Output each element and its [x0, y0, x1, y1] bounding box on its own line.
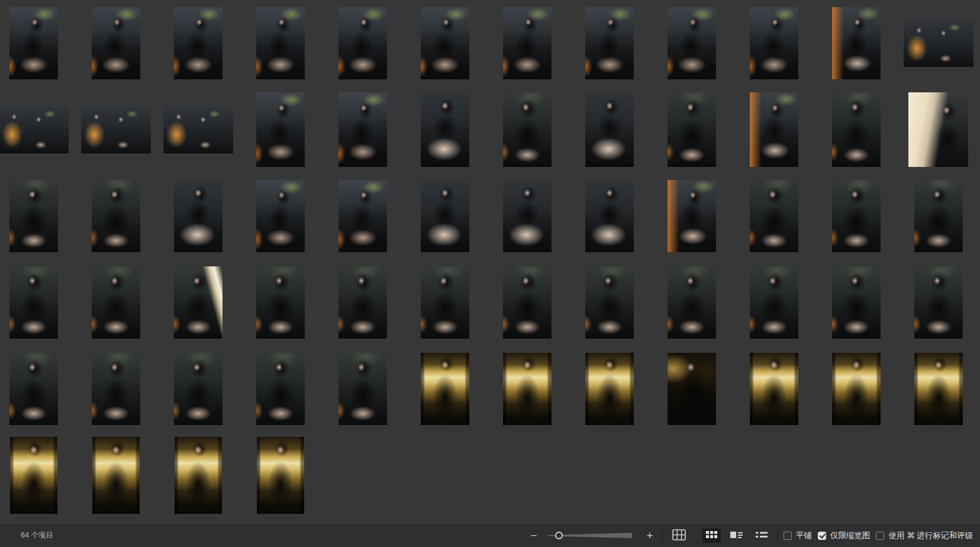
photo-thumbnail[interactable] [257, 437, 304, 514]
photo-thumbnail[interactable] [174, 353, 223, 425]
photo-thumbnail[interactable] [750, 353, 798, 425]
photo-thumbnail[interactable] [585, 353, 634, 425]
photo-thumbnail[interactable] [421, 266, 469, 339]
toolbar-divider [662, 529, 663, 543]
photo-thumbnail[interactable] [914, 353, 963, 425]
checkbox-icon[interactable] [876, 532, 884, 540]
photo-thumbnail[interactable] [92, 266, 140, 339]
grid-view-button[interactable] [669, 527, 689, 545]
tile-mode-checkbox[interactable]: 平铺 [784, 530, 812, 541]
checkbox-icon[interactable] [784, 532, 792, 540]
photo-thumbnail[interactable] [9, 7, 58, 79]
photo-thumbnail[interactable] [174, 7, 223, 79]
tile-mode-label: 平铺 [796, 530, 812, 541]
photo-thumbnail[interactable] [421, 7, 469, 79]
photo-thumbnail[interactable] [339, 266, 387, 339]
detail-list-icon [756, 531, 768, 540]
photo-thumbnail[interactable] [832, 7, 881, 79]
zoom-in-button[interactable]: + [643, 529, 656, 543]
photo-thumbnail[interactable] [174, 266, 223, 339]
photo-thumbnail[interactable] [668, 180, 716, 252]
slider-knob[interactable] [555, 532, 563, 539]
photo-thumbnail[interactable] [421, 180, 469, 252]
photo-thumbnail[interactable] [175, 437, 222, 514]
photo-thumbnail[interactable] [904, 20, 973, 67]
photo-thumbnail[interactable] [421, 92, 469, 167]
photo-thumbnail[interactable] [668, 353, 716, 425]
photo-thumbnail[interactable] [339, 7, 387, 79]
photo-thumbnail[interactable] [832, 92, 881, 167]
photo-thumbnail[interactable] [339, 353, 387, 425]
photo-thumbnail[interactable] [750, 92, 798, 167]
photo-thumbnail[interactable] [9, 353, 58, 425]
photo-thumbnail[interactable] [339, 92, 387, 167]
photo-thumbnail[interactable] [339, 180, 387, 252]
photo-thumbnail[interactable] [750, 180, 798, 252]
photo-thumbnail[interactable] [0, 107, 69, 153]
photo-thumbnail[interactable] [585, 92, 634, 167]
thumbnail-list-icon [730, 531, 743, 540]
photo-thumbnail[interactable] [832, 266, 881, 339]
photo-thumbnail[interactable] [256, 7, 305, 79]
thumbnails-view-button[interactable] [702, 529, 721, 543]
photo-thumbnail[interactable] [92, 437, 140, 514]
photo-thumbnail[interactable] [503, 353, 552, 425]
grid-outline-icon [672, 529, 686, 542]
photo-thumbnail[interactable] [503, 92, 552, 167]
photo-thumbnail[interactable] [421, 353, 469, 425]
toolbar-controls: − + [527, 527, 980, 545]
photo-thumbnail[interactable] [908, 92, 968, 167]
detail-list-view-button[interactable] [752, 529, 771, 543]
bottom-toolbar: 64 个项目 − + [0, 523, 980, 547]
photo-thumbnail[interactable] [832, 353, 881, 425]
photo-thumbnail[interactable] [163, 107, 233, 153]
cmd-rating-checkbox[interactable]: 使用 ⌘ 进行标记和评级 [876, 530, 973, 541]
photo-thumbnail[interactable] [92, 7, 140, 79]
checked-checkbox-icon[interactable] [818, 532, 826, 540]
photo-thumbnail[interactable] [668, 7, 716, 79]
thumbnails-grid-icon [706, 531, 717, 540]
photo-thumbnail[interactable] [256, 353, 305, 425]
photo-thumbnail[interactable] [585, 7, 634, 79]
zoom-out-button[interactable]: − [527, 529, 540, 543]
photo-thumbnail[interactable] [9, 266, 58, 339]
photo-thumbnail[interactable] [92, 180, 140, 252]
photo-thumbnail[interactable] [81, 107, 151, 153]
photo-thumbnail[interactable] [750, 7, 798, 79]
photo-thumbnail[interactable] [668, 92, 716, 167]
cmd-rating-label: 使用 ⌘ 进行标记和评级 [888, 530, 973, 541]
photo-thumbnail[interactable] [585, 180, 634, 252]
photo-thumbnail[interactable] [750, 266, 798, 339]
item-count-label: 64 个项目 [21, 530, 53, 540]
photo-thumbnail[interactable] [503, 266, 552, 339]
toolbar-divider [777, 529, 778, 543]
thumbnail-size-slider[interactable] [547, 530, 636, 541]
photo-thumbnail[interactable] [914, 180, 963, 252]
photo-thumbnail[interactable] [832, 180, 881, 252]
photo-thumbnail[interactable] [503, 7, 552, 79]
photo-thumbnail[interactable] [914, 266, 963, 339]
photo-thumbnail[interactable] [256, 266, 305, 339]
photo-thumbnail[interactable] [256, 180, 305, 252]
photo-thumbnail[interactable] [10, 437, 57, 514]
photo-thumbnail[interactable] [92, 353, 140, 425]
thumbnail-grid [0, 0, 980, 523]
thumbnails-only-label: 仅限缩览图 [830, 530, 871, 541]
photo-thumbnail[interactable] [585, 266, 634, 339]
photo-thumbnail[interactable] [174, 180, 223, 252]
photo-thumbnail[interactable] [9, 180, 58, 252]
thumbnail-list-view-button[interactable] [727, 529, 746, 543]
photo-thumbnail[interactable] [668, 266, 716, 339]
thumbnails-only-checkbox[interactable]: 仅限缩览图 [818, 530, 871, 541]
photo-thumbnail[interactable] [256, 92, 305, 167]
photo-thumbnail[interactable] [503, 180, 552, 252]
